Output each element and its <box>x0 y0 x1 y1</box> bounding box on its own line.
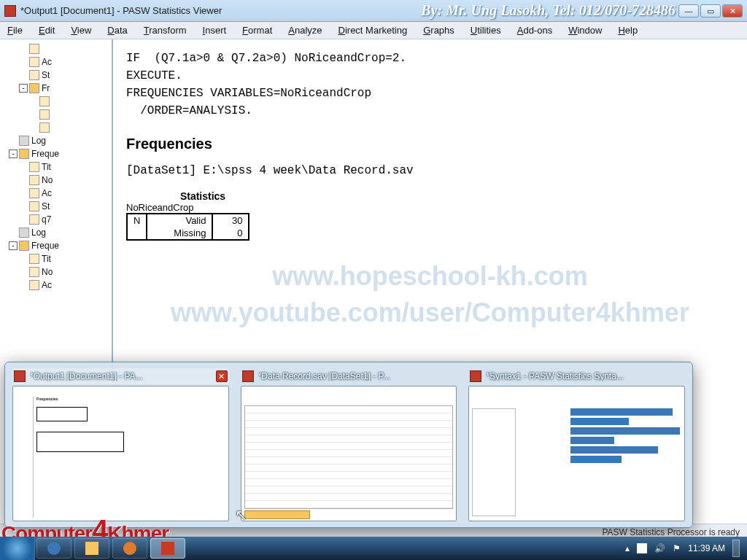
peek-preview[interactable] <box>241 386 457 521</box>
show-desktop-button[interactable] <box>732 540 740 557</box>
outline-item[interactable]: Ac <box>1 55 110 69</box>
app-icon <box>4 5 16 17</box>
flag-icon[interactable]: ⚑ <box>673 543 681 553</box>
peek-preview[interactable]: Frequencies <box>12 386 229 521</box>
tray-clock[interactable]: 11:39 AM <box>688 543 725 553</box>
windows-taskbar: ▴ 🔊 ⚑ 11:39 AM <box>0 537 747 560</box>
menu-add-ons[interactable]: Add-ons <box>513 23 557 37</box>
outline-item[interactable]: Ac <box>1 279 110 292</box>
outline-label: No <box>42 175 53 185</box>
watermark-line2: www.youtube.com/user/Computer4khmer <box>171 298 689 327</box>
outline-label: St <box>42 201 50 211</box>
start-button[interactable] <box>0 537 35 560</box>
outline-item[interactable]: St <box>1 200 110 213</box>
outline-item[interactable] <box>1 121 110 134</box>
taskbar-peek: *Output1 [Document1] - PA...✕Frequencies… <box>4 362 693 528</box>
page-icon <box>29 267 39 277</box>
menu-utilities[interactable]: Utilities <box>466 23 506 37</box>
cell: N <box>127 214 147 227</box>
outline-item[interactable]: Log <box>1 134 110 147</box>
peek-app-icon <box>470 370 481 382</box>
page-icon <box>39 109 50 120</box>
title-bar: *Output1 [Document1] - PASW Statistics V… <box>0 0 747 22</box>
page-icon <box>29 201 39 211</box>
menu-format[interactable]: Format <box>238 23 276 37</box>
dataset-line: [DataSet1] E:\spss 4 week\Data Record.sa… <box>126 164 734 177</box>
outline-item[interactable]: St <box>1 69 110 82</box>
menu-analyze[interactable]: Analyze <box>284 23 326 37</box>
outline-label: Ac <box>42 188 52 198</box>
menu-help[interactable]: Help <box>614 23 642 37</box>
taskbar-pin-explorer[interactable] <box>74 538 109 559</box>
menu-file[interactable]: File <box>3 23 27 37</box>
cell: Missing <box>147 227 212 240</box>
minimize-button[interactable]: — <box>678 4 699 18</box>
peek-close-button[interactable]: ✕ <box>216 370 228 382</box>
page-icon <box>39 96 50 106</box>
outline-item[interactable]: No <box>1 174 110 187</box>
menu-edit[interactable]: Edit <box>34 23 59 37</box>
taskbar-pin-media[interactable] <box>112 538 147 559</box>
outline-item[interactable]: No <box>1 265 110 279</box>
outline-item[interactable]: Tit <box>1 160 110 174</box>
peek-header: *Data Record.sav [DataSet1] - P... <box>241 368 457 384</box>
outline-label: St <box>42 70 50 80</box>
outline-label: Tit <box>42 162 51 172</box>
volume-icon[interactable]: 🔊 <box>654 543 665 553</box>
menu-direct-marketing[interactable]: Direct Marketing <box>334 23 412 37</box>
outline-label: Freque <box>31 241 59 251</box>
page-icon <box>29 188 39 198</box>
peek-label: *Syntax1 - PASW Statistics Synta... <box>486 371 684 381</box>
outline-label: Ac <box>42 280 52 290</box>
statistics-table: N Valid 30 Missing 0 <box>126 213 249 241</box>
menu-graphs[interactable]: Graphs <box>419 23 459 37</box>
tree-toggle-icon[interactable]: - <box>19 84 28 93</box>
peek-preview[interactable] <box>468 386 685 521</box>
outline-item[interactable]: -Fr <box>1 82 110 95</box>
peek-thumbnail[interactable]: *Data Record.sav [DataSet1] - P... <box>241 368 457 521</box>
peek-thumbnail[interactable]: *Output1 [Document1] - PA...✕Frequencies <box>12 368 229 521</box>
outline-label: Ac <box>42 57 52 67</box>
page-icon <box>29 280 39 290</box>
outline-label: Log <box>31 136 46 146</box>
menu-data[interactable]: Data <box>103 23 131 37</box>
outline-item[interactable]: -Freque <box>1 147 110 160</box>
outline-label: Log <box>31 228 46 238</box>
peek-header: *Syntax1 - PASW Statistics Synta... <box>468 368 685 384</box>
close-button[interactable]: ✕ <box>722 4 743 18</box>
outline-item[interactable]: q7 <box>1 213 110 226</box>
outline-label: Fr <box>42 83 50 93</box>
page-icon <box>29 254 39 264</box>
menu-insert[interactable]: Insert <box>198 23 231 37</box>
tree-toggle-icon[interactable]: - <box>9 149 18 158</box>
battery-icon[interactable] <box>637 543 647 553</box>
peek-thumbnail[interactable]: *Syntax1 - PASW Statistics Synta... <box>468 368 685 521</box>
folder-icon <box>29 83 39 93</box>
menu-window[interactable]: Window <box>564 23 606 37</box>
outline-item[interactable]: Ac <box>1 187 110 200</box>
cell: 30 <box>212 214 249 227</box>
window-controls: — ▭ ✕ <box>678 4 743 18</box>
taskbar-pin-pasw[interactable] <box>150 538 185 559</box>
outline-item[interactable] <box>1 42 110 55</box>
outline-item[interactable]: Log <box>1 226 110 239</box>
tray-chevron-icon[interactable]: ▴ <box>625 543 630 553</box>
outline-item[interactable] <box>1 95 110 108</box>
outline-item[interactable]: -Freque <box>1 239 110 252</box>
outline-item[interactable]: Tit <box>1 252 110 265</box>
outline-label: No <box>42 267 53 277</box>
taskbar-pin-ie[interactable] <box>36 538 71 559</box>
menu-view[interactable]: View <box>66 23 96 37</box>
system-tray[interactable]: ▴ 🔊 ⚑ 11:39 AM <box>618 540 747 557</box>
maximize-button[interactable]: ▭ <box>700 4 721 18</box>
cell: 0 <box>212 227 249 240</box>
page-icon <box>29 44 39 54</box>
outline-item[interactable] <box>1 108 110 121</box>
menu-transform[interactable]: Transform <box>139 23 191 37</box>
table-row: N Valid 30 <box>127 214 249 227</box>
tree-toggle-icon[interactable]: - <box>9 241 18 250</box>
syntax-block: IF (Q7.1a>0 & Q7.2a>0) NoRiceandCrop=2. … <box>126 50 734 120</box>
frequencies-heading: Frequencies <box>126 136 734 152</box>
page-icon <box>29 70 39 80</box>
folder-icon <box>19 149 29 159</box>
